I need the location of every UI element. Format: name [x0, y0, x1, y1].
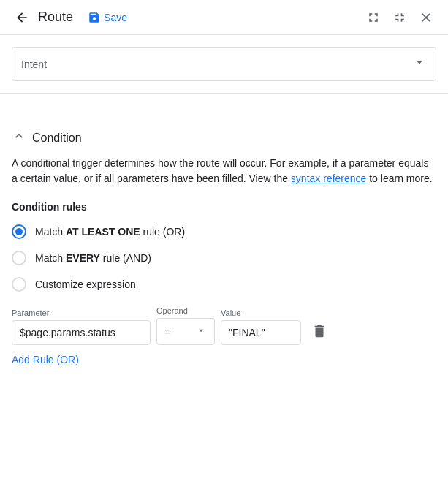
- rule-row: Parameter Operand = Value: [12, 306, 436, 345]
- close-icon: [419, 10, 433, 25]
- save-label: Save: [104, 12, 127, 23]
- intent-arrow-icon: [412, 55, 427, 73]
- parameter-field-group: Parameter: [12, 308, 151, 345]
- radio-inner-or: [15, 228, 23, 235]
- delete-rule-button[interactable]: [307, 319, 332, 344]
- collapse-chevron-icon: [12, 129, 26, 143]
- compress-icon: [392, 10, 407, 25]
- condition-description: A conditional trigger determines how the…: [12, 156, 436, 186]
- operand-label: Operand: [156, 306, 215, 315]
- intent-dropdown[interactable]: Intent: [12, 47, 436, 81]
- radio-button-and[interactable]: [12, 251, 26, 265]
- intent-section: Intent: [0, 35, 448, 94]
- condition-title: Condition: [32, 132, 82, 145]
- radio-label-or: Match AT LEAST ONE rule (OR): [35, 226, 185, 238]
- chevron-up-icon[interactable]: [12, 129, 26, 147]
- condition-section: Condition A conditional trigger determin…: [0, 117, 448, 386]
- radio-option-custom[interactable]: Customize expression: [12, 277, 436, 292]
- parameter-input[interactable]: [12, 320, 151, 345]
- condition-header: Condition: [12, 117, 436, 156]
- header: Route Save: [0, 0, 448, 35]
- page-title: Route: [38, 10, 73, 25]
- radio-button-or[interactable]: [12, 224, 26, 239]
- operand-chevron-icon: [195, 325, 207, 336]
- operand-field-group: Operand =: [156, 306, 215, 345]
- back-button[interactable]: [12, 7, 32, 28]
- radio-option-and[interactable]: Match EVERY rule (AND): [12, 251, 436, 265]
- spacer: [0, 94, 448, 117]
- description-text-2: to learn more.: [366, 173, 432, 184]
- header-icons: [363, 7, 436, 28]
- expand-button[interactable]: [363, 7, 384, 28]
- condition-rules-label: Condition rules: [12, 201, 436, 213]
- operand-value: =: [164, 326, 192, 338]
- parameter-label: Parameter: [12, 308, 151, 317]
- radio-label-and: Match EVERY rule (AND): [35, 252, 151, 264]
- syntax-reference-link[interactable]: syntax reference: [291, 173, 367, 184]
- value-label: Value: [221, 308, 301, 317]
- save-button[interactable]: Save: [82, 8, 133, 27]
- save-icon: [88, 11, 101, 24]
- add-rule-button[interactable]: Add Rule (OR): [12, 345, 79, 374]
- back-arrow-icon: [15, 10, 29, 25]
- intent-placeholder: Intent: [21, 58, 47, 70]
- value-input[interactable]: [221, 320, 301, 345]
- radio-button-custom[interactable]: [12, 277, 26, 292]
- operand-dropdown[interactable]: =: [156, 318, 215, 345]
- radio-option-or[interactable]: Match AT LEAST ONE rule (OR): [12, 224, 436, 239]
- add-rule-label: Add Rule (OR): [12, 354, 79, 365]
- radio-group: Match AT LEAST ONE rule (OR) Match EVERY…: [12, 224, 436, 292]
- dropdown-arrow-icon: [412, 55, 427, 69]
- operand-arrow-icon: [195, 325, 207, 338]
- radio-label-custom: Customize expression: [35, 278, 136, 290]
- trash-icon: [311, 323, 327, 339]
- fullscreen-icon: [366, 10, 381, 25]
- collapse-button[interactable]: [390, 7, 410, 28]
- value-field-group: Value: [221, 308, 301, 345]
- close-button[interactable]: [416, 7, 436, 28]
